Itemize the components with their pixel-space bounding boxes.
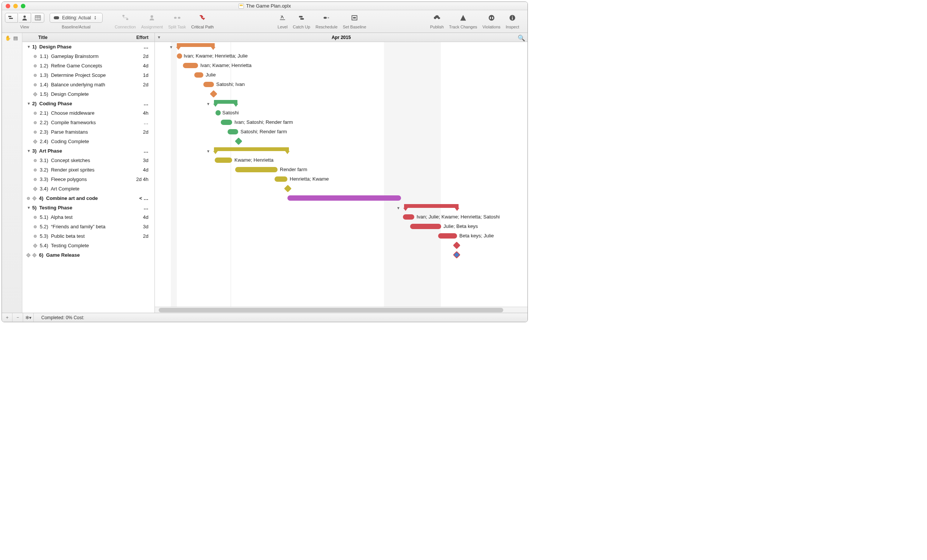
gantt-row[interactable]: Beta keys; Julie: [155, 231, 527, 241]
outline-row[interactable]: 3.3) Fleece polygons2d 4h: [22, 175, 154, 184]
editing-mode-label: Editing: Actual: [62, 15, 91, 20]
expand-all-icon[interactable]: ▼: [157, 35, 161, 39]
outline-row[interactable]: 5.4) Testing Complete: [22, 241, 154, 250]
horizontal-scrollbar[interactable]: [155, 307, 527, 313]
gantt-row[interactable]: Kwame; Henrietta: [155, 156, 527, 165]
outline-row[interactable]: 1.3) Determine Project Scope1d: [22, 70, 154, 80]
gantt-row[interactable]: ▼: [155, 42, 527, 51]
connection-button[interactable]: Connection: [115, 25, 136, 29]
svg-point-2: [23, 16, 26, 18]
outline-row[interactable]: 2.1) Choose middleware4h: [22, 108, 154, 118]
document-icon: [239, 3, 244, 9]
reschedule-icon: [323, 14, 330, 22]
reschedule-button[interactable]: Reschedule: [315, 25, 337, 29]
svg-rect-0: [8, 16, 11, 17]
timeline-header[interactable]: ▼ Apr 2015 🔍: [155, 33, 527, 42]
gantt-canvas[interactable]: ▼Ivan; Kwame; Henrietta; JulieIvan; Kwam…: [155, 42, 527, 307]
critical-path-button[interactable]: Critical Path: [191, 25, 214, 29]
critical-path-icon: [199, 14, 206, 22]
gantt-pane[interactable]: ▼ Apr 2015 🔍 ▼Ivan; Kwame; Henrietta; Ju…: [155, 33, 527, 313]
outline-row[interactable]: 3.4) Art Complete: [22, 184, 154, 193]
gantt-row[interactable]: [155, 137, 527, 146]
outline-row[interactable]: 5.2) “Friends and family” beta3d: [22, 222, 154, 231]
view-calendar-button[interactable]: [32, 13, 44, 23]
toolbar: View Editing: Actual ▲▼ Baseline/Actual …: [2, 10, 527, 33]
editing-mode-select[interactable]: Editing: Actual ▲▼: [50, 13, 103, 23]
level-icon: [279, 14, 286, 22]
gantt-row[interactable]: [155, 193, 527, 203]
level-button[interactable]: Level: [278, 25, 287, 29]
gantt-row[interactable]: ▼: [155, 146, 527, 156]
list-mode-icon[interactable]: ▤: [13, 35, 18, 41]
gantt-row[interactable]: Render farm: [155, 165, 527, 175]
outline-row[interactable]: 2.3) Parse framistans2d: [22, 127, 154, 137]
gantt-row[interactable]: ▼: [155, 99, 527, 108]
action-menu-button[interactable]: ✻▾: [23, 313, 34, 322]
outline-row[interactable]: 1.1) Gameplay Brainstorm2d: [22, 51, 154, 61]
svg-point-9: [151, 15, 153, 18]
column-title[interactable]: Title: [22, 35, 127, 40]
outline-row[interactable]: ▼3) Art Phase…: [22, 146, 154, 156]
outline-row[interactable]: 1.5) Design Complete: [22, 89, 154, 99]
outline-row[interactable]: 5.3) Public beta test2d: [22, 231, 154, 241]
gantt-row[interactable]: Ivan; Satoshi; Render farm: [155, 118, 527, 127]
gantt-row[interactable]: Satoshi; Ivan: [155, 80, 527, 89]
outline-row[interactable]: ▼1) Design Phase…: [22, 42, 154, 51]
gantt-row[interactable]: Ivan; Julie; Kwame; Henrietta; Satoshi: [155, 212, 527, 222]
outline-row[interactable]: 4) Combine art and code< …: [22, 193, 154, 203]
split-task-button[interactable]: Split Task: [168, 25, 186, 29]
titlebar: The Game Plan.oplx: [2, 2, 527, 10]
gantt-row[interactable]: Satoshi; Render farm: [155, 127, 527, 137]
timeline-month: Apr 2015: [332, 35, 351, 40]
outline-row[interactable]: 1.2) Refine Game Concepts4d: [22, 61, 154, 70]
outline-row[interactable]: ▼5) Testing Phase…: [22, 203, 154, 212]
catch-up-button[interactable]: Catch Up: [293, 25, 310, 29]
outline-row[interactable]: ▼2) Coding Phase…: [22, 99, 154, 108]
gantt-row[interactable]: Henrietta; Kwame: [155, 175, 527, 184]
violations-button[interactable]: Violations: [482, 25, 501, 29]
window-title: The Game Plan.oplx: [246, 3, 291, 9]
assignment-button[interactable]: Assignment: [141, 25, 163, 29]
gantt-row[interactable]: [155, 89, 527, 99]
svg-rect-1: [9, 18, 13, 19]
gantt-row[interactable]: Julie; Beta keys: [155, 222, 527, 231]
gantt-row[interactable]: [155, 250, 527, 260]
svg-rect-20: [490, 17, 491, 19]
hand-tool-icon[interactable]: ✋: [5, 35, 11, 41]
set-baseline-button[interactable]: Set Baseline: [343, 25, 366, 29]
outline-row[interactable]: 1.4) Balance underlying math2d: [22, 80, 154, 89]
stepper-icon: ▲▼: [94, 16, 98, 20]
gantt-row[interactable]: [155, 241, 527, 250]
add-button[interactable]: ＋: [2, 313, 12, 322]
outline-list[interactable]: ▼1) Design Phase…1.1) Gameplay Brainstor…: [22, 42, 154, 313]
gantt-row[interactable]: [155, 184, 527, 193]
connection-icon: [122, 14, 129, 22]
remove-button[interactable]: －: [12, 313, 23, 322]
baseline-label: Baseline/Actual: [62, 25, 91, 29]
track-changes-button[interactable]: Track Changes: [449, 25, 477, 29]
gantt-row[interactable]: Satoshi: [155, 108, 527, 118]
inspect-button[interactable]: Inspect: [506, 25, 519, 29]
publish-button[interactable]: Publish: [430, 25, 444, 29]
outline-row[interactable]: 3.1) Concept sketches3d: [22, 156, 154, 165]
view-resource-button[interactable]: [19, 13, 31, 23]
zoom-icon[interactable]: 🔍: [518, 34, 525, 42]
view-label: View: [20, 25, 29, 29]
svg-rect-21: [492, 17, 493, 19]
outline-row[interactable]: 2.4) Coding Complete: [22, 137, 154, 146]
violations-icon: [488, 14, 495, 22]
app-window: The Game Plan.oplx View Editing: Actual …: [2, 2, 528, 322]
inspect-icon: [509, 14, 516, 22]
gantt-row[interactable]: Julie: [155, 70, 527, 80]
outline-row[interactable]: 5.1) Alpha test4d: [22, 212, 154, 222]
outline-row[interactable]: 3.2) Render pixel sprites4d: [22, 165, 154, 175]
view-gantt-button[interactable]: [5, 13, 18, 23]
gantt-row[interactable]: Ivan; Kwame; Henrietta: [155, 61, 527, 70]
outline-row[interactable]: 6) Game Release: [22, 250, 154, 260]
gantt-row[interactable]: ▼: [155, 203, 527, 212]
outline-row[interactable]: 2.2) Compile frameworks…: [22, 118, 154, 127]
column-effort[interactable]: Effort: [127, 35, 154, 40]
baseline-icon: [54, 16, 59, 19]
publish-icon: [433, 14, 441, 22]
gantt-row[interactable]: Ivan; Kwame; Henrietta; Julie: [155, 51, 527, 61]
